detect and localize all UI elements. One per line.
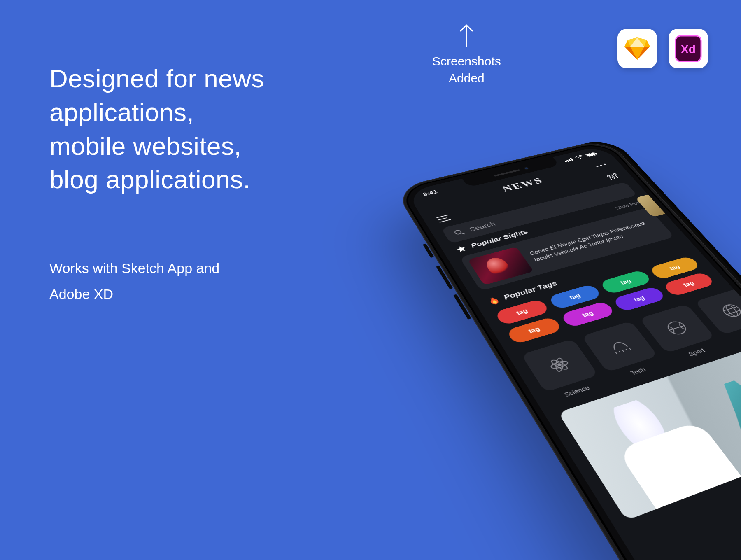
hero-sub-1: Works with Sketch App and (49, 255, 219, 281)
star-icon (455, 245, 468, 253)
svg-line-39 (629, 348, 631, 350)
svg-line-20 (438, 218, 447, 220)
more-icon[interactable]: ••• (594, 161, 610, 169)
svg-point-26 (612, 176, 615, 178)
hero-line-2: applications, (49, 96, 264, 129)
arrow-up-icon (458, 23, 475, 47)
svg-point-28 (454, 230, 462, 235)
phone-body: 9:41 NEWS ••• (393, 138, 741, 560)
adobe-xd-icon: Xd (674, 34, 703, 63)
search-icon (453, 229, 465, 236)
svg-rect-12 (566, 160, 569, 162)
svg-point-27 (613, 173, 616, 175)
svg-line-21 (440, 219, 450, 222)
flame-icon (487, 296, 501, 305)
svg-text:Xd: Xd (681, 43, 696, 56)
svg-line-37 (622, 350, 624, 352)
sketch-badge (618, 29, 657, 68)
svg-marker-30 (455, 245, 467, 252)
svg-point-15 (580, 158, 582, 159)
svg-point-34 (557, 363, 562, 366)
svg-point-25 (607, 175, 610, 177)
svg-point-43 (724, 304, 740, 317)
phone-mockup: 9:41 NEWS ••• (338, 124, 708, 560)
phone-screen: 9:41 NEWS ••• (406, 145, 741, 560)
hero-subheading: Works with Sketch App and Adobe XD (49, 255, 219, 307)
search-placeholder: Search (468, 220, 497, 233)
svg-rect-17 (586, 153, 595, 157)
screenshots-added-callout: Screenshots Added (432, 23, 501, 86)
sight-thumbnail (468, 247, 534, 285)
sketch-icon (624, 37, 650, 61)
battery-icon (585, 152, 598, 157)
sight-card-peek (635, 191, 681, 217)
svg-rect-11 (565, 161, 567, 162)
wifi-icon (574, 155, 585, 160)
svg-line-29 (461, 233, 465, 235)
signal-icon (563, 157, 574, 162)
svg-line-36 (619, 351, 620, 352)
hero-line-1: Designed for news (49, 62, 264, 96)
tool-badges: Xd (618, 29, 708, 68)
status-time: 9:41 (422, 189, 439, 197)
svg-line-35 (615, 352, 617, 354)
hero-line-4: blog applications. (49, 163, 264, 196)
arrow-label-2: Added (432, 70, 501, 87)
hero-line-3: mobile websites, (49, 129, 264, 163)
hero-sub-2: Adobe XD (49, 281, 219, 307)
svg-line-38 (626, 349, 627, 350)
adobe-xd-badge: Xd (669, 29, 708, 68)
hero-heading: Designed for news applications, mobile w… (49, 62, 264, 196)
arrow-label-1: Screenshots (432, 53, 501, 70)
